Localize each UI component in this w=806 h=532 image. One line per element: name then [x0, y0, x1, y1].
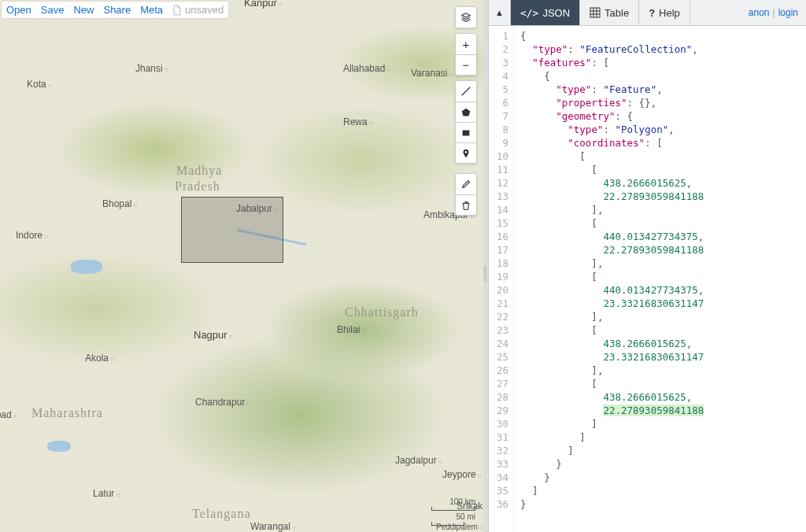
tab-table[interactable]: Table	[580, 0, 639, 25]
svg-rect-0	[463, 130, 470, 135]
draw-marker-button[interactable]	[456, 142, 476, 163]
right-panel: ▲ </> JSON Table ? Help anon | login 123…	[488, 0, 806, 532]
city-label: Latur	[93, 488, 120, 499]
city-label: Varanasi	[411, 68, 453, 79]
scale-control: 100 km 50 mi	[431, 497, 475, 526]
user-links: anon | login	[741, 0, 806, 25]
city-label: Bhilai	[337, 324, 365, 335]
save-link[interactable]: Save	[41, 4, 65, 16]
state-label: Pradesh	[175, 179, 220, 194]
edit-button[interactable]	[456, 174, 476, 194]
city-label: Jabalpur	[236, 203, 278, 214]
collapse-panel-button[interactable]: ▲	[489, 0, 511, 25]
panel-tabs: ▲ </> JSON Table ? Help anon | login	[489, 0, 806, 26]
code-editor[interactable]: 1234567891011121314151617181920212223242…	[489, 26, 806, 532]
draw-rectangle-button[interactable]	[456, 122, 476, 142]
city-label: Bhopal	[102, 198, 137, 209]
open-link[interactable]: Open	[6, 4, 31, 16]
city-label: Jeypore	[442, 469, 482, 480]
city-label: Akola	[85, 353, 114, 364]
panel-resizer[interactable]	[483, 0, 488, 532]
svg-rect-2	[590, 8, 600, 17]
file-icon	[172, 5, 182, 16]
tab-json[interactable]: </> JSON	[511, 0, 580, 25]
file-toolbar: Open Save New Share Meta unsaved	[2, 2, 228, 18]
draw-polygon-button[interactable]	[456, 102, 476, 122]
city-label: Indore	[16, 230, 48, 241]
delete-button[interactable]	[456, 194, 476, 215]
layers-icon[interactable]	[456, 7, 476, 28]
state-label: Maharashtra	[31, 406, 103, 420]
help-icon: ?	[649, 7, 655, 19]
meta-link[interactable]: Meta	[140, 4, 163, 16]
code-icon: </>	[520, 7, 538, 19]
new-link[interactable]: New	[73, 4, 94, 16]
city-label: Chandrapur	[195, 397, 250, 408]
city-label: Rewa	[343, 116, 373, 127]
layer-switcher[interactable]	[455, 6, 477, 28]
water-body	[47, 441, 71, 452]
line-numbers: 1234567891011121314151617181920212223242…	[489, 26, 514, 532]
map-canvas[interactable]: Madhya Pradesh Maharashtra Chhattisgarh …	[0, 0, 483, 532]
draw-line-button[interactable]	[456, 81, 476, 102]
unsaved-indicator: unsaved	[172, 4, 224, 16]
city-label: Jagdalpur	[395, 455, 442, 466]
city-label: Nagpur	[194, 329, 232, 341]
city-label: Jhansi	[135, 63, 168, 74]
table-icon	[590, 7, 601, 18]
code-content[interactable]: { "type": "FeatureCollection", "features…	[514, 26, 710, 532]
state-label: Telangana	[192, 507, 251, 521]
draw-toolbar	[455, 80, 477, 164]
city-label: Kanpur	[244, 0, 283, 9]
svg-point-1	[465, 150, 468, 153]
tab-help[interactable]: ? Help	[639, 0, 690, 25]
edit-toolbar	[455, 173, 477, 216]
state-label: Madhya	[176, 164, 222, 178]
city-label: abad	[0, 409, 17, 420]
login-link[interactable]: login	[778, 7, 798, 18]
anon-link[interactable]: anon	[749, 7, 770, 18]
zoom-control: + −	[455, 33, 477, 76]
city-label: Kota	[27, 79, 52, 90]
city-label: Warangal	[250, 521, 296, 532]
state-label: Chhattisgarh	[345, 305, 419, 320]
zoom-in-button[interactable]: +	[456, 34, 476, 54]
water-body	[71, 260, 102, 274]
city-label: Allahabad	[343, 63, 390, 74]
zoom-out-button[interactable]: −	[456, 54, 476, 75]
share-link[interactable]: Share	[103, 4, 131, 16]
